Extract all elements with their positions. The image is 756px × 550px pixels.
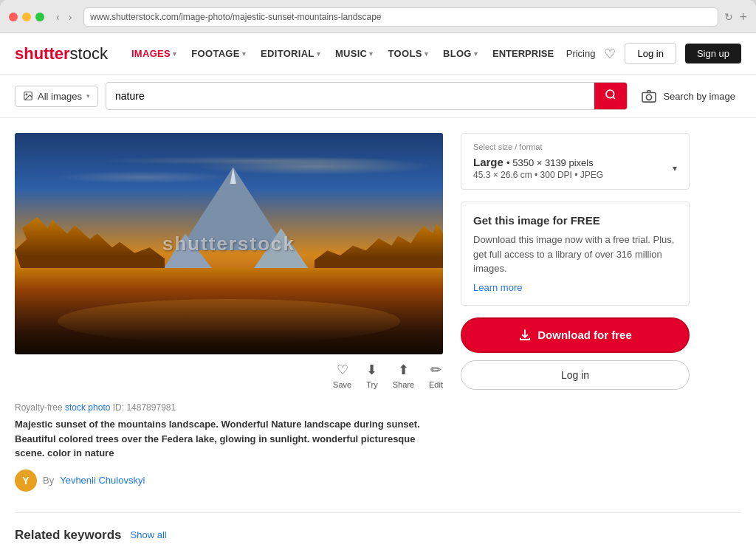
- back-button[interactable]: ‹: [53, 10, 63, 24]
- signup-button[interactable]: Sign up: [685, 44, 741, 63]
- chevron-down-icon: ▾: [369, 50, 373, 58]
- refresh-button[interactable]: ↻: [724, 11, 733, 23]
- svg-point-5: [647, 94, 652, 100]
- reflection: [58, 299, 400, 343]
- filter-chevron-icon: ▾: [86, 92, 90, 100]
- nav-editorial[interactable]: EDITORIAL ▾: [255, 44, 326, 63]
- nav-music[interactable]: MUSIC ▾: [329, 44, 379, 63]
- watermark: shutterstock: [162, 233, 295, 255]
- size-chevron-icon: ▾: [673, 163, 677, 173]
- nav-blog[interactable]: BLOG ▾: [437, 44, 484, 63]
- size-dimensions: 45.3 × 26.6 cm • 300 DPI • JPEG: [473, 170, 603, 180]
- svg-line-3: [614, 97, 616, 99]
- keywords-section: Related keywords Show all naturelandscap…: [0, 513, 756, 551]
- edit-icon: ✏: [430, 362, 441, 378]
- nav-footage[interactable]: FOOTAGE ▾: [185, 44, 252, 63]
- free-title: Get this image for FREE: [473, 214, 677, 227]
- size-dropdown[interactable]: Large • 5350 × 3139 pixels 45.3 × 26.6 c…: [473, 156, 677, 180]
- nav-images[interactable]: IMAGES ▾: [126, 44, 182, 63]
- logo-stock: stock: [70, 44, 108, 63]
- show-all-link[interactable]: Show all: [131, 529, 167, 540]
- size-label: Select size / format: [473, 142, 677, 151]
- new-tab-button[interactable]: +: [739, 10, 747, 25]
- image-section: shutterstock ♡ Save ⬇ Try ⬆ Share: [15, 133, 443, 498]
- minimize-button[interactable]: [22, 13, 31, 21]
- author-row: Y By Yevhenii Chulovskyi: [15, 470, 443, 492]
- forward-button[interactable]: ›: [66, 10, 75, 24]
- download-icon: [518, 329, 532, 342]
- traffic-lights: [9, 13, 44, 21]
- nav-right: Pricing ♡ Log in Sign up: [566, 43, 741, 64]
- search-input-wrap: [106, 82, 628, 110]
- main-image-container: shutterstock: [15, 133, 443, 354]
- fullscreen-button[interactable]: [35, 13, 44, 21]
- keywords-title: Related keywords: [15, 528, 122, 543]
- site-content: shutterstock IMAGES ▾ FOOTAGE ▾ EDITORIA…: [0, 33, 756, 550]
- chevron-down-icon: ▾: [425, 50, 428, 58]
- edit-button[interactable]: ✏ Edit: [429, 362, 443, 389]
- panel-login-button[interactable]: Log in: [461, 360, 690, 390]
- download-button[interactable]: Download for free: [461, 317, 690, 353]
- by-label: By: [43, 475, 54, 486]
- main-content: shutterstock ♡ Save ⬇ Try ⬆ Share: [0, 118, 756, 512]
- svg-point-1: [26, 94, 27, 95]
- search-by-image-label: Search by image: [663, 91, 735, 102]
- chevron-down-icon: ▾: [474, 50, 478, 58]
- stock-photo-line: Royalty-free stock photo ID: 1487897981: [15, 402, 443, 413]
- svg-point-2: [606, 90, 614, 98]
- heart-icon[interactable]: ♡: [604, 46, 616, 62]
- share-button[interactable]: ⬆ Share: [393, 362, 414, 389]
- learn-more-link[interactable]: Learn more: [473, 282, 522, 293]
- free-description: Download this image now with a free tria…: [473, 233, 677, 276]
- right-panel: Select size / format Large • 5350 × 3139…: [461, 133, 690, 498]
- save-image-button[interactable]: ♡ Save: [333, 362, 351, 389]
- image-actions: ♡ Save ⬇ Try ⬆ Share ✏ Edit: [15, 354, 443, 396]
- share-icon: ⬆: [398, 362, 409, 378]
- main-image: shutterstock: [15, 133, 443, 354]
- logo[interactable]: shutterstock: [15, 44, 108, 63]
- author-link[interactable]: Yevhenii Chulovskyi: [60, 475, 145, 486]
- free-box: Get this image for FREE Download this im…: [461, 202, 690, 306]
- search-filter-dropdown[interactable]: All images ▾: [15, 86, 98, 107]
- search-icon: [605, 89, 616, 100]
- address-bar[interactable]: www.shutterstock.com/image-photo/majesti…: [83, 7, 718, 27]
- mountain-svg: [143, 162, 323, 272]
- nav-buttons: ‹ ›: [53, 10, 75, 24]
- close-button[interactable]: [9, 13, 18, 21]
- author-avatar: Y: [15, 470, 37, 492]
- login-button[interactable]: Log in: [625, 43, 676, 64]
- camera-icon: [641, 89, 657, 103]
- pricing-link[interactable]: Pricing: [566, 48, 596, 59]
- stock-photo-link[interactable]: stock photo: [65, 402, 110, 413]
- nav-links: IMAGES ▾ FOOTAGE ▾ EDITORIAL ▾ MUSIC ▾ T…: [126, 44, 566, 63]
- url-text: www.shutterstock.com/image-photo/majesti…: [90, 12, 381, 22]
- heart-action-icon: ♡: [337, 362, 348, 378]
- download-try-icon: ⬇: [366, 362, 377, 378]
- chevron-down-icon: ▾: [173, 50, 176, 58]
- try-button[interactable]: ⬇ Try: [366, 362, 377, 389]
- image-description: Majestic sunset of the mountains landsca…: [15, 417, 443, 461]
- chevron-down-icon: ▾: [317, 50, 320, 58]
- search-bar-row: All images ▾ Search by image: [0, 75, 756, 118]
- image-meta: Royalty-free stock photo ID: 1487897981 …: [15, 396, 443, 498]
- nav-tools[interactable]: TOOLS ▾: [382, 44, 434, 63]
- top-nav: shutterstock IMAGES ▾ FOOTAGE ▾ EDITORIA…: [0, 33, 756, 75]
- logo-shutter: shutter: [15, 44, 70, 63]
- size-name: Large • 5350 × 3139 pixels: [473, 156, 603, 168]
- search-by-image-button[interactable]: Search by image: [635, 85, 741, 107]
- size-selector: Select size / format Large • 5350 × 3139…: [461, 133, 690, 190]
- filter-label: All images: [38, 91, 82, 102]
- search-input[interactable]: [106, 84, 594, 108]
- search-button[interactable]: [594, 83, 627, 109]
- keywords-header: Related keywords Show all: [15, 528, 741, 543]
- svg-rect-4: [642, 93, 656, 103]
- nav-enterprise[interactable]: ENTERPRISE: [487, 44, 560, 63]
- image-filter-icon: [23, 91, 33, 101]
- chevron-down-icon: ▾: [242, 50, 246, 58]
